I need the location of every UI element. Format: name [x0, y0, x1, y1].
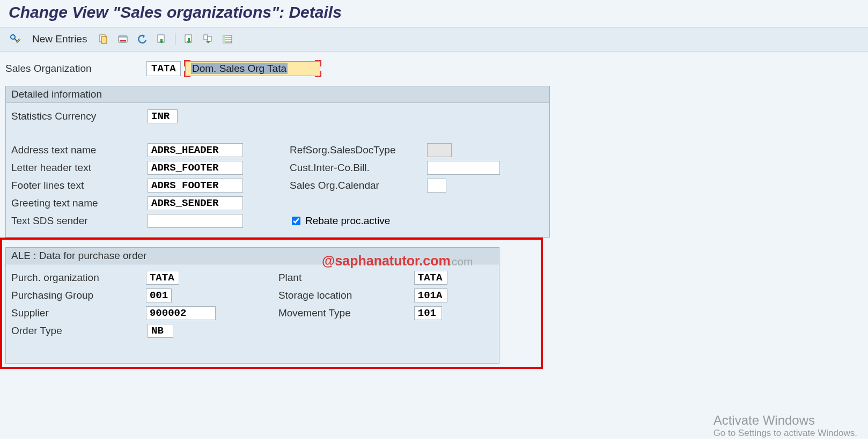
detailed-info-group: Detailed information Statistics Currency… — [5, 86, 550, 238]
sales-calendar-label: Sales Org.Calendar — [290, 180, 427, 191]
storage-label: Storage location — [278, 290, 414, 301]
svg-rect-10 — [208, 36, 211, 41]
greeting-text-input[interactable] — [148, 196, 243, 210]
rebate-checkbox[interactable] — [292, 217, 300, 225]
supplier-input[interactable] — [146, 306, 216, 320]
purch-org-label: Purch. organization — [11, 272, 146, 284]
ale-group: ALE : Data for purchase order Purch. org… — [5, 247, 499, 364]
copy-as-icon[interactable] — [97, 33, 111, 46]
new-entries-button[interactable]: New Entries — [28, 32, 91, 46]
sds-sender-label: Text SDS sender — [11, 215, 148, 227]
refsorg-input — [427, 143, 452, 157]
detailed-info-title: Detailed information — [6, 86, 549, 103]
sales-org-desc-input[interactable]: Dom. Sales Org Tata — [185, 61, 320, 76]
footer-lines-input[interactable] — [148, 179, 243, 193]
undo-icon[interactable] — [135, 33, 149, 46]
content-area: Sales Organization TATA Dom. Sales Org T… — [0, 51, 868, 439]
sales-calendar-input[interactable] — [427, 179, 446, 193]
address-text-input[interactable] — [148, 143, 243, 157]
letter-header-input[interactable] — [148, 161, 243, 175]
svg-rect-9 — [204, 35, 208, 40]
next-entry-icon[interactable] — [155, 33, 168, 46]
purch-grp-label: Purchasing Group — [11, 290, 146, 301]
cust-interco-label: Cust.Inter-Co.Bill. — [290, 162, 427, 174]
sales-org-label: Sales Organization — [5, 63, 142, 75]
svg-rect-15 — [223, 35, 225, 43]
prev-entry-icon[interactable] — [182, 33, 196, 46]
rebate-label: Rebate proc.active — [305, 215, 390, 227]
order-type-label: Order Type — [11, 325, 148, 337]
sales-org-code: TATA — [146, 61, 181, 76]
purch-grp-input[interactable] — [146, 288, 172, 302]
address-text-label: Address text name — [11, 144, 148, 156]
ale-title: ALE : Data for purchase order — [6, 248, 499, 264]
stats-currency-label: Statistics Currency — [11, 110, 148, 122]
movement-type-input[interactable] — [414, 306, 442, 320]
sales-org-desc-text: Dom. Sales Org Tata — [191, 63, 288, 74]
cust-interco-input[interactable] — [427, 161, 500, 175]
toolbar: New Entries — [0, 27, 868, 51]
purch-org-input[interactable] — [146, 271, 179, 285]
order-type-input[interactable] — [148, 324, 173, 338]
svg-rect-5 — [119, 36, 127, 38]
sales-org-row: Sales Organization TATA Dom. Sales Org T… — [5, 61, 863, 76]
movement-type-label: Movement Type — [278, 307, 414, 319]
greeting-text-label: Greeting text name — [11, 197, 148, 209]
svg-point-0 — [11, 35, 15, 39]
toggle-display-icon[interactable] — [9, 33, 23, 46]
svg-rect-3 — [101, 36, 107, 43]
delete-icon[interactable] — [116, 33, 130, 46]
table-view-icon[interactable] — [220, 33, 234, 46]
supplier-label: Supplier — [11, 307, 146, 319]
footer-lines-label: Footer lines text — [11, 180, 148, 191]
refsorg-label: RefSorg.SalesDocType — [290, 144, 427, 156]
plant-label: Plant — [278, 272, 414, 284]
letter-header-label: Letter header text — [11, 162, 148, 174]
plant-input[interactable] — [414, 271, 447, 285]
select-set-icon[interactable] — [201, 33, 215, 46]
storage-input[interactable] — [414, 288, 447, 302]
sds-sender-input[interactable] — [148, 214, 243, 228]
title-bar: Change View "Sales organizations": Detai… — [0, 0, 868, 27]
toolbar-separator — [175, 33, 175, 45]
page-title: Change View "Sales organizations": Detai… — [9, 3, 859, 21]
stats-currency-input[interactable] — [148, 109, 178, 123]
